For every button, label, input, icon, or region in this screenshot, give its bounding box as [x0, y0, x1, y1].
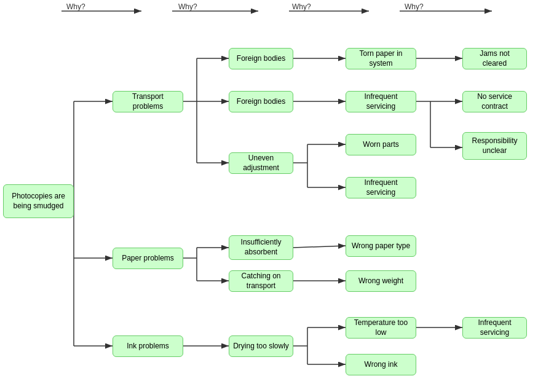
header-why-4: Why? [405, 2, 424, 11]
svg-line-30 [293, 246, 346, 248]
node-infrequent2: Infrequent servicing [346, 177, 416, 198]
header-why-1: Why? [66, 2, 85, 11]
node-foreign2: Foreign bodies [229, 91, 293, 112]
fishbone-diagram: Why? Why? Why? Why? Photocopies are bein… [0, 0, 538, 392]
node-responsibility: Responsibility unclear [462, 132, 527, 160]
node-infrequent1: Infrequent servicing [346, 91, 416, 112]
node-paper: Paper problems [113, 248, 183, 269]
node-uneven: Uneven adjustment [229, 152, 293, 174]
node-wrongweight: Wrong weight [346, 270, 416, 292]
node-wrongink: Wrong ink [346, 354, 416, 375]
node-worn: Worn parts [346, 134, 416, 155]
node-noservice: No service contract [462, 91, 527, 112]
node-jams: Jams not cleared [462, 48, 527, 69]
node-catching: Catching on transport [229, 270, 293, 292]
node-insufficiently: Insufficiently absorbent [229, 235, 293, 260]
header-why-2: Why? [178, 2, 197, 11]
node-torn: Torn paper in system [346, 48, 416, 69]
node-transport: Transport problems [113, 91, 183, 112]
node-root: Photocopies are being smudged [3, 184, 74, 218]
node-temptoolow: Temperature too low [346, 317, 416, 339]
header-why-3: Why? [292, 2, 311, 11]
node-foreign1: Foreign bodies [229, 48, 293, 69]
node-drying: Drying too slowly [229, 335, 293, 357]
node-infrequent3: Infrequent servicing [462, 317, 527, 339]
node-ink: Ink problems [113, 335, 183, 357]
node-wrongtype: Wrong paper type [346, 235, 416, 257]
